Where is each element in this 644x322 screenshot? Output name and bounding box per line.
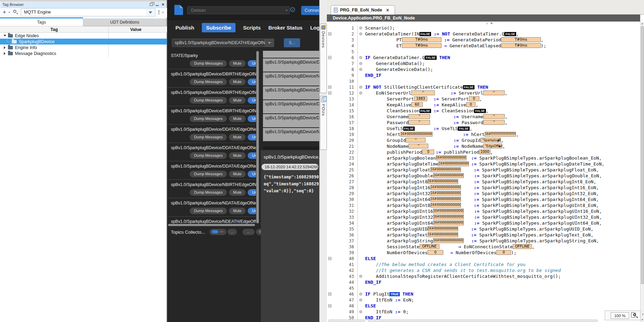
code-line[interactable]: 47 ItfEoN := EoN; [327,297,639,303]
scroll-down-icon[interactable]: ▼ [641,318,644,322]
inline-value-box[interactable]: 16#000000000000000 [428,232,458,237]
mute-button[interactable]: Mute [229,60,246,67]
breakpoint-dot-icon[interactable] [359,275,362,278]
code-line[interactable]: 48ELSE [327,303,639,309]
message-list-item[interactable]: spBv1.0/SparkplugBDevice/DDAT [263,58,319,72]
breakpoint-dot-icon[interactable] [359,91,362,95]
inline-value-badge-false[interactable]: FALSE [425,56,436,60]
code-line[interactable]: 17 Password'':= Password'', [327,120,639,126]
collector-more-button-2[interactable]: ... [242,229,255,235]
inline-value-box[interactable]: '' [483,114,505,119]
code-line[interactable]: 46IF PlugItTRUE THEN [327,291,639,297]
profile-combo[interactable]: Debian [187,6,290,14]
tree-row[interactable]: Message Diagnostics [0,50,167,56]
side-tab-devices[interactable]: Devices [320,24,327,93]
code-line[interactable]: 5 [327,49,639,55]
dump-messages-button[interactable]: Dump Messages [190,79,227,85]
inline-value-box[interactable]: 1000 [479,150,490,154]
inline-value-box[interactable]: 16#000000000000000 [433,215,464,219]
mute-button[interactable]: Mute [229,208,246,214]
fold-marker-icon[interactable] [328,56,331,59]
inline-value-box[interactable]: 16#000000000000000 [433,238,464,243]
unsubscribe-button[interactable]: Uns [248,60,256,67]
code-line[interactable]: 49 ItfEoN := 0; [327,309,639,315]
subscription-row[interactable]: spBv1.0/SparkplugBDevice/NDEATH/EdgeOfNe… [167,217,256,224]
code-line[interactable]: 34 arSparkplugUInt6416#000000000000000:=… [327,220,639,226]
code-line[interactable]: 41 //The below method creates a Client C… [327,261,639,267]
breakpoint-dot-icon[interactable] [359,86,362,89]
expand-down-icon[interactable] [490,23,493,24]
side-tab-pous[interactable]: POUs [320,96,327,150]
inline-value-box[interactable]: T#0ms [501,37,541,42]
tree-row[interactable]: Engine Info [0,45,167,50]
code-line[interactable]: 14 KeepAlive60:= KeepAlive0, [327,102,639,108]
message-list-item[interactable]: spBv1.0/SparkplugBDevice/NDEA [263,128,319,141]
zoom-magnifier-icon[interactable] [631,312,638,319]
message-timestamp[interactable]: 18-12-2020 14:42:22.5294265 [262,164,319,170]
chevron-down-icon[interactable] [285,10,288,11]
inline-value-box[interactable]: T#0ms [402,37,441,42]
code-line[interactable]: 36 arSparkplugText16#000000000000000:= S… [327,232,639,238]
subscription-row[interactable]: spBv1.0/SparkplugBDevice/NDATA/EdgeOfNet… [167,198,256,216]
message-list-item[interactable]: spBv1.0/SparkplugBDevice/DDAT [263,100,319,113]
code-line[interactable]: 18 UseTLSFALSE:= UseTLSFALSE, [327,126,639,131]
breakpoint-gutter[interactable] [356,62,365,65]
mute-button[interactable]: Mute [229,97,246,104]
nav-tab-log[interactable]: Log [310,25,319,31]
code-line[interactable]: 12 EoN(ServerUrl'':= ServerUrl'', [327,90,639,96]
message-list-item[interactable]: spBv1.0/SparkplugBDevice/NDAT [263,72,319,86]
code-line[interactable]: 3PTT#0ms := GenerateDataPeriodT#0ms, [327,37,639,43]
code-line[interactable]: 19 hCert16#000000000000000:= hCert16#FFF… [327,131,639,137]
inline-value-box[interactable]: 16#FFFFFFFFFFFFFFFF [485,132,516,137]
unsubscribe-button[interactable]: Uns [248,115,256,122]
code-line[interactable]: 15 CleanSessionFALSE:= CleanSessionFALSE… [327,108,639,114]
inline-value-box[interactable]: 16#000000000000000 [438,161,469,166]
inline-value-badge-false[interactable]: FALSE [463,85,474,89]
subscription-row[interactable]: spBv1.0/SparkplugBDevice/DDATA/EdgeOfNet… [167,161,256,179]
unsubscribe-button[interactable]: Uns [248,79,256,85]
code-line[interactable]: 1Scenario(); [327,25,639,31]
inline-value-box[interactable]: T#0ms [402,43,441,48]
tab-tags[interactable]: Tags [0,18,83,26]
unsubscribe-button[interactable]: Uns [248,171,256,177]
unsubscribe-button[interactable]: Uns [248,134,256,140]
dump-messages-button[interactable]: Dump Messages [190,189,227,196]
code-line[interactable]: 9END_IF [327,72,639,78]
message-list-item[interactable]: spBv1.0/SparkplugBDevice/DDAT [263,86,319,99]
code-line[interactable]: 2GenerateDataTimer(INFALSE := NOT Genera… [327,31,639,37]
breakpoint-gutter[interactable] [356,275,365,278]
code-line[interactable]: 21 NodeName'':= NodeName"EdgeOfNetw, [327,143,639,149]
nav-tab-scripts[interactable]: Scripts [243,25,261,31]
breakpoint-dot-icon[interactable] [359,32,362,35]
collapse-caret-icon[interactable] [4,46,6,49]
breakpoint-gutter[interactable] [356,56,365,59]
inline-value-box[interactable]: 16#000000000000000 [430,167,461,172]
topic-combo[interactable]: spBv1.0/SparkplugBDevice/NDEATH/EdgeOfNe… [172,39,274,47]
inline-value-box[interactable]: 16#000000000000000 [430,185,461,190]
inline-value-box[interactable]: 16#000000000000000 [433,173,464,178]
nav-tab-publish[interactable]: Publish [175,25,194,31]
tag-provider-combo[interactable]: MQTT Engine [21,8,155,16]
gear-icon[interactable]: ⚙ [289,6,296,14]
code-line[interactable]: 28 arSparkplugInt1616#000000000000000:= … [327,185,639,191]
dump-messages-button[interactable]: Dump Messages [190,115,227,122]
inline-value-badge-false[interactable]: FALSE [504,32,516,36]
subscription-vertical-scrollbar[interactable] [256,51,259,224]
code-line[interactable]: 24 arSparkplugDateTime16#000000000000000… [327,161,639,167]
inline-value-badge-false[interactable]: FALSE [420,109,431,113]
dump-messages-button[interactable]: Dump Messages [190,97,227,104]
unsubscribe-button[interactable]: Uns [248,97,256,104]
collapse-caret-icon[interactable] [4,52,6,55]
inline-value-box[interactable]: "SparkplugB [481,138,501,143]
inline-value-box[interactable]: 16#000000000000000 [433,209,464,214]
breakpoint-dot-icon[interactable] [359,292,362,296]
tag-browser-titlebar[interactable]: Tag Browser × [0,1,166,8]
code-line[interactable]: 31 arSparkplugUInt816#000000000000000:= … [327,202,639,208]
more-menu-icon[interactable] [158,9,160,15]
dump-messages-button[interactable]: Dump Messages [190,60,227,67]
inline-value-badge-false[interactable]: FALSE [420,32,431,36]
dump-messages-button[interactable]: Dump Messages [190,134,227,140]
fold-marker-icon[interactable] [328,257,331,260]
inline-value-box[interactable]: '' [406,138,426,143]
restore-icon[interactable] [150,3,153,6]
